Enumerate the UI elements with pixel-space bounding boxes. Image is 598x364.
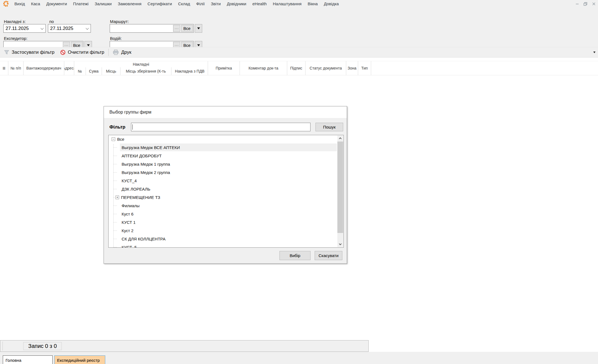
route-browse-button[interactable]: ···: [173, 25, 180, 32]
menu-item-2[interactable]: Документи: [43, 1, 70, 6]
scroll-up-icon[interactable]: [337, 135, 343, 141]
clear-filter-button[interactable]: Очистити фільтр: [57, 50, 107, 55]
tree-root-label: Все: [117, 137, 124, 142]
tree-item-4[interactable]: КУСТ_4: [109, 176, 337, 185]
column-header[interactable]: № п/п: [8, 61, 24, 75]
cancel-button[interactable]: Скасувати: [315, 251, 342, 260]
restore-icon: [583, 2, 588, 6]
toolbar-overflow-icon[interactable]: [593, 52, 596, 53]
menu-item-7[interactable]: Склад: [175, 1, 193, 6]
expand-icon[interactable]: +: [116, 196, 119, 199]
column-header[interactable]: Статус документа: [306, 61, 346, 75]
tree-item-8[interactable]: Куст 6: [109, 210, 337, 218]
column-header[interactable]: Місць: [102, 67, 120, 75]
column-header[interactable]: Примітка: [208, 61, 240, 75]
tab-0[interactable]: Головна: [3, 355, 53, 364]
chevron-down-icon[interactable]: [84, 24, 91, 32]
tree-scrollbar[interactable]: [337, 135, 343, 247]
menu-item-8[interactable]: Філії: [193, 1, 208, 6]
chevron-down-icon[interactable]: [39, 24, 45, 32]
column-header[interactable]: №: [74, 67, 86, 75]
restore-button[interactable]: [581, 0, 590, 7]
column-header[interactable]: Сума: [86, 67, 102, 75]
tree-item-10[interactable]: Куст 2: [109, 226, 337, 235]
tree-item-label: Куст 6: [122, 212, 134, 216]
minimize-button[interactable]: [573, 0, 581, 7]
select-button[interactable]: Вибір: [279, 251, 310, 260]
tab-label: Головна: [6, 358, 21, 363]
toolbar: Застосувати фільтр Очистити фільтр Друк: [0, 47, 598, 58]
close-button[interactable]: [590, 0, 598, 7]
column-header[interactable]: Місць зберігання (К-ть: [120, 67, 171, 75]
column-header[interactable]: Підпис: [287, 61, 306, 75]
column-header[interactable]: Тип: [358, 61, 371, 75]
column-header[interactable]: Вантажоодержувач: [24, 61, 64, 75]
tree-item-12[interactable]: КУСТ_5: [109, 243, 337, 247]
route-input[interactable]: [111, 25, 172, 32]
menu-item-12[interactable]: Налаштування: [270, 1, 305, 6]
dialog-filter-label: Фільтр: [109, 124, 125, 130]
menu-item-9[interactable]: Звіти: [208, 1, 224, 6]
tree-item-6[interactable]: +ПЕРЕМЕЩЕНИЕ ТЗ: [109, 193, 337, 201]
expeditor-label: Експедитор:: [4, 36, 27, 41]
minimize-icon: [575, 2, 580, 6]
menu-item-4[interactable]: Залишки: [92, 1, 115, 6]
column-header[interactable]: Адреса: [64, 61, 74, 75]
route-all-button[interactable]: Все: [181, 25, 193, 32]
menu-item-13[interactable]: Вікна: [305, 1, 321, 6]
tree-item-label: КУСТ_5: [122, 245, 137, 248]
scrollbar-thumb[interactable]: [337, 142, 343, 233]
dropdown-arrow-icon: [197, 44, 200, 46]
tree-item-1[interactable]: АПТЕКИ ДОБРОБУТ: [109, 152, 337, 160]
apply-filter-button[interactable]: Застосувати фільтр: [1, 50, 57, 55]
column-header[interactable]: Коментар док-та: [240, 61, 287, 75]
filter-funnel-icon: [4, 50, 9, 55]
tab-label: Експедиційний реєстр: [57, 358, 100, 363]
menu-item-3[interactable]: Платежі: [70, 1, 92, 6]
date-from-label: Накладні з:: [4, 19, 26, 24]
tree-item-9[interactable]: КУСТ 1: [109, 218, 337, 226]
tree-item-label: Куст 2: [122, 228, 134, 233]
tree-item-7[interactable]: Филиалы: [109, 201, 337, 210]
menu-item-14[interactable]: Довідка: [321, 1, 342, 6]
column-header[interactable]: Накладна з ПДВ: [171, 67, 208, 75]
dialog-title: Выбор группы фирм: [104, 106, 347, 118]
window-controls: [573, 0, 598, 7]
dropdown-arrow-icon: [87, 44, 90, 46]
driver-label: Водій:: [110, 36, 122, 41]
dialog-filter-input[interactable]: [131, 123, 310, 131]
column-header[interactable]: Зона: [346, 61, 358, 75]
tree-item-11[interactable]: СК ДЛЯ КОЛЛЦЕНТРА: [109, 235, 337, 243]
search-button[interactable]: Пошук: [315, 123, 343, 131]
column-group-header: Накладні: [74, 61, 208, 67]
menu-item-10[interactable]: Довідники: [224, 1, 249, 6]
menu-item-11[interactable]: eHealth: [249, 1, 270, 6]
date-to-combobox[interactable]: 27.11.2025: [48, 24, 91, 33]
tree-items: − Все Выгрузка Медок ВСЕ АПТЕКИАПТЕКИ ДО…: [109, 135, 337, 247]
tree-item-2[interactable]: Выгрузка Медок 1 группа: [109, 160, 337, 168]
bottom-tab-strip: ГоловнаЕкспедиційний реєстр: [0, 352, 598, 364]
tab-1[interactable]: Експедиційний реєстр: [54, 355, 105, 364]
tree-item-0[interactable]: Выгрузка Медок ВСЕ АПТЕКИ: [109, 143, 337, 152]
date-from-combobox[interactable]: 27.11.2025: [3, 24, 46, 33]
table-header: ≣№ п/пВантажоодержувачАдресаНакладні№Сум…: [0, 61, 598, 75]
dropdown-arrow-icon: [197, 27, 200, 29]
table-corner-cell[interactable]: ≣: [0, 61, 8, 75]
menu-bar: ВихідКасаДокументиПлатежіЗалишкиЗамовлен…: [0, 0, 598, 7]
tree-item-label: Выгрузка Медок ВСЕ АПТЕКИ: [122, 145, 180, 150]
menu-item-0[interactable]: Вихід: [11, 1, 28, 6]
route-dropdown-button[interactable]: [195, 24, 202, 33]
tree-item-3[interactable]: Выгрузка Медок 2 группа: [109, 168, 337, 176]
tree-item-label: АПТЕКИ ДОБРОБУТ: [122, 153, 162, 158]
tree-item-label: Филиалы: [122, 203, 140, 208]
tree-root-item[interactable]: − Все: [109, 135, 337, 143]
menu-item-5[interactable]: Замовлення: [115, 1, 144, 6]
menu-item-1[interactable]: Каса: [28, 1, 43, 6]
print-button[interactable]: Друк: [110, 50, 134, 55]
record-count-label: Запис 0 з 0: [28, 343, 57, 349]
collapse-icon[interactable]: −: [112, 137, 115, 141]
tree-item-label: Выгрузка Медок 2 группа: [122, 170, 170, 175]
tree-item-5[interactable]: ДЗК ЛОРЕАЛЬ: [109, 185, 337, 193]
menu-item-6[interactable]: Сертифікати: [145, 1, 175, 6]
scroll-down-icon[interactable]: [337, 241, 343, 247]
